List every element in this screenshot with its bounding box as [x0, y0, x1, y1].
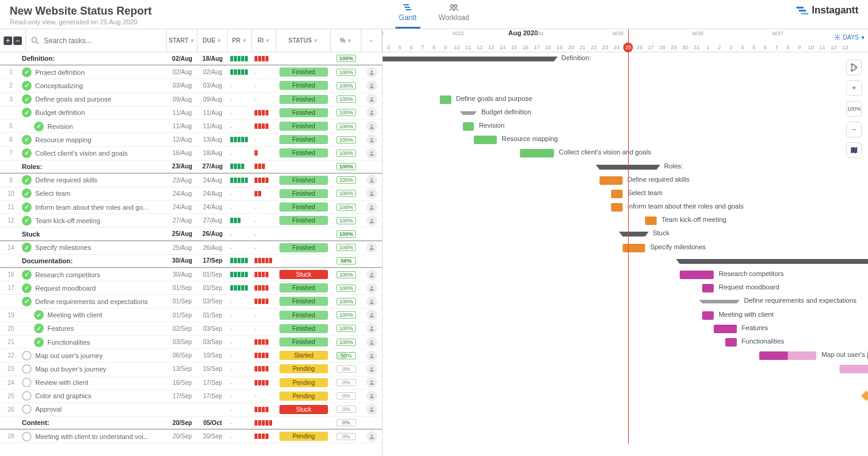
- check-icon[interactable]: [22, 378, 32, 387]
- check-icon[interactable]: [22, 351, 32, 361]
- avatar-icon[interactable]: [366, 364, 377, 375]
- avatar-icon[interactable]: [366, 94, 377, 105]
- check-icon[interactable]: [34, 337, 44, 347]
- task-row[interactable]: 23Map out buyer's journey13/Sep15/Sep-Pe…: [0, 362, 382, 376]
- task-bar[interactable]: [474, 136, 497, 144]
- task-row[interactable]: 1Project definition02/Aug02/Aug-Finished…: [0, 66, 382, 79]
- gantt-row[interactable]: [383, 403, 868, 416]
- check-icon[interactable]: [22, 243, 32, 252]
- gantt-row[interactable]: [383, 390, 868, 403]
- task-bar[interactable]: [440, 95, 451, 104]
- gantt-row[interactable]: Conceptualizing: [383, 79, 868, 92]
- gantt-row[interactable]: Meeting with client: [383, 309, 868, 322]
- gantt-row[interactable]: Budget definition: [383, 106, 868, 120]
- avatar-icon[interactable]: [366, 215, 377, 226]
- check-icon[interactable]: [22, 188, 32, 198]
- section-bar[interactable]: [680, 259, 868, 264]
- task-bar[interactable]: [645, 216, 657, 225]
- milestone-diamond[interactable]: [861, 390, 868, 401]
- gantt-row[interactable]: Specify milestones: [383, 241, 868, 255]
- task-bar[interactable]: [702, 311, 714, 320]
- gantt-row[interactable]: [383, 376, 868, 390]
- check-icon[interactable]: [22, 81, 32, 91]
- task-row[interactable]: −Define requirements and expectations01/…: [0, 295, 382, 308]
- tab-gantt[interactable]: Gantt: [395, 2, 420, 29]
- gantt-row[interactable]: Collect client's vision and goals: [383, 147, 868, 160]
- check-icon[interactable]: [22, 175, 32, 185]
- check-icon[interactable]: [22, 283, 32, 293]
- avatar-icon[interactable]: [366, 337, 377, 348]
- col-ri[interactable]: RI▼: [252, 29, 276, 52]
- check-icon[interactable]: [22, 404, 32, 414]
- task-row[interactable]: 6Resource mapping12/Aug13/Aug-Finished10…: [0, 133, 382, 147]
- task-bar[interactable]: [725, 338, 737, 347]
- brand-logo[interactable]: Instagantt: [796, 5, 858, 16]
- gantt-row[interactable]: Team kick-off meeting: [383, 214, 868, 227]
- avatar-icon[interactable]: [366, 67, 377, 78]
- task-row[interactable]: 10Select team24/Aug24/Aug-Finished100%: [0, 187, 382, 201]
- gantt-row[interactable]: Resource mapping: [383, 133, 868, 147]
- task-bar[interactable]: [759, 351, 816, 360]
- gantt-row[interactable]: Map out user's journey: [383, 349, 868, 362]
- map-button[interactable]: [846, 142, 862, 158]
- task-row[interactable]: 17Request moodboard01/Sep01/SepFinished1…: [0, 282, 382, 295]
- check-icon[interactable]: [22, 148, 32, 158]
- check-icon[interactable]: [22, 94, 32, 104]
- avatar-icon[interactable]: [366, 148, 377, 159]
- group-row[interactable]: −Content:20/Sep05/Oct-0%: [0, 416, 382, 430]
- task-row[interactable]: 7Collect client's vision and goals16/Aug…: [0, 147, 382, 160]
- task-row[interactable]: 21Functionalities03/Sep03/Sep-Finished10…: [0, 336, 382, 349]
- gantt-row[interactable]: Define goals and purpose: [383, 93, 868, 106]
- search-input[interactable]: [43, 36, 162, 46]
- check-icon[interactable]: [22, 135, 32, 145]
- col-start[interactable]: START▼: [167, 29, 197, 52]
- task-row[interactable]: 2Conceptualizing03/Aug03/Aug--Finished10…: [0, 79, 382, 92]
- task-bar[interactable]: [623, 244, 646, 252]
- gantt-row[interactable]: [383, 416, 868, 430]
- check-icon[interactable]: [22, 67, 32, 77]
- col-pr[interactable]: PR▼: [228, 29, 252, 52]
- section-bar[interactable]: [383, 57, 554, 61]
- gantt-row[interactable]: Roles:: [383, 161, 868, 174]
- task-bar[interactable]: [702, 284, 714, 292]
- summary-bar[interactable]: [463, 111, 474, 115]
- check-icon[interactable]: [22, 432, 32, 441]
- check-icon[interactable]: [22, 202, 32, 212]
- collapse-all-button[interactable]: −: [13, 36, 22, 45]
- gantt-row[interactable]: Select team: [383, 187, 868, 201]
- task-bar[interactable]: [680, 271, 714, 279]
- check-icon[interactable]: [34, 310, 44, 320]
- gantt-row[interactable]: Research competitors: [383, 268, 868, 282]
- task-row[interactable]: 11Inform team about their roles and go..…: [0, 201, 382, 214]
- gantt-body[interactable]: 25Definition:ject definitionConceptualiz…: [383, 52, 868, 443]
- check-icon[interactable]: [22, 216, 32, 226]
- avatar-icon[interactable]: [366, 269, 377, 280]
- col-pct[interactable]: %▼: [331, 29, 361, 52]
- task-row[interactable]: 3Define goals and purpose09/Aug09/Aug--F…: [0, 93, 382, 106]
- avatar-icon[interactable]: [366, 296, 377, 307]
- check-icon[interactable]: [22, 364, 32, 374]
- gantt-row[interactable]: Map: [383, 362, 868, 376]
- task-row[interactable]: 26Approval-Stuck0%: [0, 403, 382, 416]
- gantt-row[interactable]: Inform team about their roles and goals: [383, 201, 868, 214]
- task-bar[interactable]: [520, 149, 554, 157]
- task-bar[interactable]: [839, 365, 868, 373]
- avatar-icon[interactable]: [366, 107, 377, 118]
- task-bar[interactable]: [600, 176, 623, 185]
- avatar-icon[interactable]: [366, 283, 377, 294]
- task-row[interactable]: 12Team kick-off meeting27/Aug27/Aug-Fini…: [0, 214, 382, 227]
- task-bar[interactable]: [611, 203, 623, 212]
- gantt-row[interactable]: Request moodboard: [383, 282, 868, 295]
- task-row[interactable]: 14Specify milestones25/Aug26/Aug--Finish…: [0, 241, 382, 255]
- avatar-icon[interactable]: [366, 350, 377, 361]
- check-icon[interactable]: [22, 108, 32, 117]
- check-icon[interactable]: [34, 122, 44, 131]
- task-row[interactable]: 28Meeting with client to understand voi.…: [0, 430, 382, 443]
- avatar-icon[interactable]: [366, 377, 377, 388]
- task-row[interactable]: 5Revision11/Aug11/Aug-Finished100%: [0, 120, 382, 133]
- check-icon[interactable]: [22, 297, 32, 306]
- avatar-icon[interactable]: [366, 80, 377, 91]
- group-row[interactable]: −Stuck25/Aug26/Aug--100%: [0, 227, 382, 241]
- col-status[interactable]: STATUS▼: [276, 29, 331, 52]
- col-due[interactable]: DUE▼: [197, 29, 228, 52]
